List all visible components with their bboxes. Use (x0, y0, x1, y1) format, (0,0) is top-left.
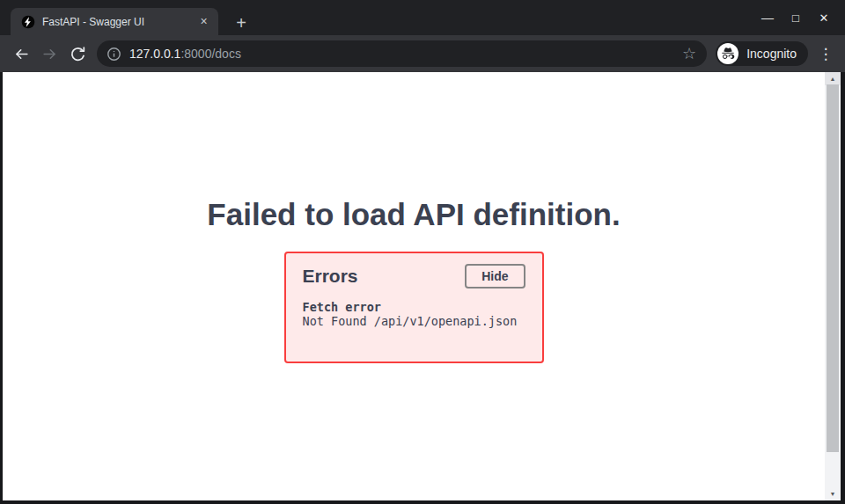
page-title: Failed to load API definition. (3, 196, 825, 233)
url-text: 127.0.0.1:8000/docs (129, 47, 679, 61)
errors-panel-header: Errors Hide (303, 264, 525, 289)
swagger-ui-content: Failed to load API definition. Errors Hi… (3, 72, 825, 500)
address-bar[interactable]: 127.0.0.1:8000/docs ☆ (97, 40, 707, 67)
browser-menu-button[interactable]: ⋮ (815, 40, 836, 68)
minimize-button[interactable]: — (753, 0, 782, 35)
bookmark-star-icon[interactable]: ☆ (679, 46, 700, 62)
browser-window: FastAPI - Swagger UI × + — □ ✕ (0, 0, 845, 504)
page-scrollbar[interactable]: ▲ ▼ (825, 72, 841, 500)
incognito-label: Incognito (746, 47, 797, 61)
maximize-button[interactable]: □ (782, 0, 810, 35)
arrow-right-icon (41, 46, 58, 62)
incognito-badge: Incognito (716, 41, 808, 66)
hide-errors-button[interactable]: Hide (465, 264, 525, 289)
tab-close-icon[interactable]: × (196, 14, 211, 29)
tab-fastapi-swagger[interactable]: FastAPI - Swagger UI × (11, 8, 218, 35)
scrollbar-up-arrow[interactable]: ▲ (825, 72, 841, 85)
error-title: Fetch error (303, 300, 525, 314)
back-button[interactable] (7, 40, 35, 68)
error-message: Not Found /api/v1/openapi.json (303, 314, 525, 328)
reload-button[interactable] (63, 40, 92, 68)
tab-title: FastAPI - Swagger UI (42, 16, 189, 28)
page-viewport: Failed to load API definition. Errors Hi… (0, 72, 845, 504)
reload-icon (70, 46, 86, 62)
scrollbar-thumb[interactable] (827, 84, 839, 452)
errors-panel-title: Errors (303, 266, 358, 287)
new-tab-button[interactable]: + (230, 11, 253, 34)
window-controls: — □ ✕ (753, 0, 838, 35)
fastapi-favicon-icon (21, 15, 35, 29)
scrollbar-down-arrow[interactable]: ▼ (825, 487, 841, 500)
error-entry: Fetch error Not Found /api/v1/openapi.js… (303, 300, 525, 329)
forward-button[interactable] (35, 40, 63, 68)
url-path: :8000/docs (180, 47, 241, 61)
url-host: 127.0.0.1 (129, 47, 180, 61)
errors-panel: Errors Hide Fetch error Not Found /api/v… (284, 252, 544, 363)
close-window-button[interactable]: ✕ (810, 0, 838, 35)
site-info-icon[interactable] (107, 47, 121, 62)
tab-strip: FastAPI - Swagger UI × + — □ ✕ (0, 0, 845, 35)
browser-toolbar: 127.0.0.1:8000/docs ☆ Incognito ⋮ (0, 35, 845, 72)
incognito-icon (717, 43, 738, 64)
arrow-left-icon (13, 46, 30, 62)
